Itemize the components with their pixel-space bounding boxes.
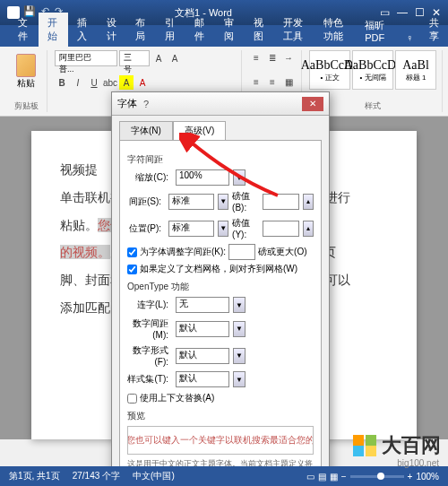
font-name-select[interactable]: 阿里巴巴普... [55, 50, 117, 66]
dialog-tab-advanced[interactable]: 高级(V) [173, 121, 226, 140]
tab-home[interactable]: 开始 [39, 13, 68, 47]
align-left-icon[interactable]: ≡ [249, 74, 263, 89]
tab-design[interactable]: 设计 [98, 13, 127, 47]
clipboard-group-label: 剪贴板 [11, 100, 41, 112]
bullets-icon[interactable]: ≡ [249, 50, 263, 65]
dialog-tab-font[interactable]: 字体(N) [119, 121, 173, 140]
kerning-input[interactable] [228, 244, 255, 260]
position-pt-label: 磅值(Y): [232, 217, 259, 239]
share-button[interactable]: 共享 [422, 13, 448, 47]
redo-icon[interactable]: ↷ [55, 5, 63, 17]
dialog-help-icon[interactable]: ? [137, 99, 155, 109]
tab-view[interactable]: 视图 [245, 13, 274, 47]
minimize-icon[interactable]: — [397, 6, 408, 19]
spacing-select[interactable]: 标准 [168, 194, 214, 210]
bold-icon[interactable]: B [55, 75, 69, 90]
shading-icon[interactable]: ▦ [281, 74, 296, 89]
numbering-icon[interactable]: ≣ [265, 50, 280, 65]
page-indicator[interactable]: 第1页, 共1页 [9, 470, 60, 482]
view-web-icon[interactable]: ▦ [330, 472, 338, 482]
font-size-select[interactable]: 三号 [119, 50, 150, 66]
dialog-title: 字体 [117, 97, 137, 110]
align-center-icon[interactable]: ≡ [265, 74, 280, 89]
zoom-out-icon[interactable]: − [341, 472, 347, 482]
tab-refs[interactable]: 引用 [156, 13, 185, 47]
position-spinner-icon[interactable]: ▴ [303, 221, 314, 237]
word-count[interactable]: 27/143 个字 [73, 470, 120, 482]
watermark-url: big100.net [397, 458, 439, 468]
indent-icon[interactable]: → [281, 50, 296, 65]
kerning-label: 为字体调整字间距(K): [140, 246, 226, 258]
position-pt-input[interactable] [263, 221, 299, 237]
zoom-level[interactable]: 100% [416, 472, 439, 482]
spacing-label: 间距(S): [127, 195, 165, 208]
tab-layout[interactable]: 布局 [126, 13, 156, 47]
zoom-slider[interactable] [350, 475, 404, 478]
tab-review[interactable]: 审阅 [215, 13, 245, 47]
highlight-icon[interactable]: A [119, 75, 134, 90]
watermark: 大百网 big100.net [353, 432, 441, 459]
numspacing-select[interactable]: 默认 [176, 321, 229, 337]
section-char-spacing: 字符间距 [127, 153, 314, 166]
grid-label: 如果定义了文档网格，则对齐到网格(W) [140, 263, 297, 275]
tab-pdf[interactable]: 福昕PDF [356, 15, 397, 47]
tab-tell[interactable]: ♀ [397, 29, 422, 47]
grow-font-icon[interactable]: A [151, 51, 166, 65]
tab-mail[interactable]: 邮件 [185, 13, 215, 47]
grid-checkbox[interactable] [127, 265, 137, 274]
tab-special[interactable]: 特色功能 [314, 13, 356, 47]
tab-dev[interactable]: 开发工具 [274, 13, 315, 47]
dialog-close-icon[interactable]: ✕ [302, 97, 323, 111]
font-color-icon[interactable]: A [135, 75, 150, 90]
watermark-text: 大百网 [382, 432, 441, 459]
position-select[interactable]: 标准 [168, 221, 214, 237]
tab-insert[interactable]: 插入 [68, 13, 98, 47]
tab-file[interactable]: 文件 [9, 13, 39, 47]
zoom-in-icon[interactable]: + [408, 472, 413, 482]
status-bar: 第1页, 共1页 27/143 个字 中文(中国) ▭ ▤ ▦ − + 100% [0, 466, 448, 486]
position-label: 位置(P): [127, 222, 165, 235]
preview-box: 您也可以键入一个关键字以联机搜索最适合您的 [127, 426, 314, 455]
scale-label: 缩放(C): [127, 171, 172, 184]
section-opentype: OpenType 功能 [127, 281, 314, 293]
style-nospacing[interactable]: AaBbCcDc• 无间隔 [352, 50, 393, 90]
font-dialog: 字体 ? ✕ 字体(N) 高级(V) 字符间距 缩放(C): 100% ▼ 间距… [111, 91, 330, 486]
style-heading1[interactable]: AaBl标题 1 [395, 50, 436, 90]
spacing-pt-input[interactable] [263, 194, 299, 210]
watermark-logo-icon [353, 435, 376, 456]
numform-select[interactable]: 默认 [176, 348, 229, 364]
spacing-spinner-icon[interactable]: ▴ [303, 194, 314, 210]
preview-label: 预览 [127, 410, 314, 422]
italic-icon[interactable]: I [71, 75, 85, 90]
strike-icon[interactable]: abc [103, 75, 117, 90]
position-dropdown-icon[interactable]: ▼ [218, 221, 228, 237]
spacing-dropdown-icon[interactable]: ▼ [218, 194, 228, 210]
scale-dropdown-icon[interactable]: ▼ [233, 169, 246, 186]
undo-icon[interactable]: ↶ [41, 5, 49, 17]
styleset-select[interactable]: 默认 [176, 371, 229, 387]
view-read-icon[interactable]: ▭ [306, 472, 314, 482]
underline-icon[interactable]: U [87, 75, 101, 90]
paste-button[interactable]: 粘贴 [11, 50, 41, 93]
ribbon-tabs: 文件 开始 插入 设计 布局 引用 邮件 审阅 视图 开发工具 特色功能 福昕P… [0, 25, 448, 47]
shrink-font-icon[interactable]: A [168, 51, 182, 65]
quick-access-toolbar: 💾 ↶ ↷ [23, 5, 63, 17]
view-print-icon[interactable]: ▤ [318, 472, 326, 482]
paste-icon [16, 54, 36, 77]
scale-select[interactable]: 100% [176, 169, 229, 186]
contextual-checkbox[interactable] [127, 394, 137, 404]
spacing-pt-label: 磅值(B): [232, 190, 259, 213]
ligatures-select[interactable]: 无 [176, 297, 229, 313]
kerning-checkbox[interactable] [127, 247, 137, 257]
language-indicator[interactable]: 中文(中国) [133, 470, 175, 482]
save-icon[interactable]: 💾 [23, 5, 36, 17]
